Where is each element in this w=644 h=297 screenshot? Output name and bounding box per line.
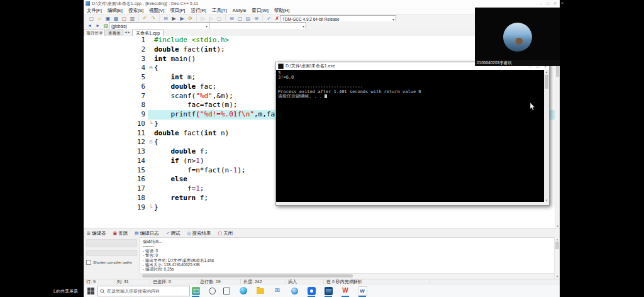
tab-debug[interactable]: ✓调试	[166, 230, 180, 237]
start-button[interactable]	[86, 286, 95, 295]
menu-item[interactable]: 文件[F]	[87, 8, 102, 14]
window-layout-icon[interactable]: ⊞	[228, 15, 235, 22]
menu-item[interactable]: 编辑[E]	[108, 8, 123, 14]
taskbar-search-input[interactable]: 在这里输入你要搜索的内容	[97, 286, 190, 296]
back-icon[interactable]: ◂	[86, 22, 93, 29]
line-number: 10	[129, 120, 148, 129]
wps-icon[interactable]: W	[340, 286, 350, 296]
compile-log-panel: Shorten compiler paths 编译结果...--------- …	[84, 237, 560, 279]
tab-compile-log[interactable]: ▤编译日志	[135, 230, 159, 237]
tab-search-results[interactable]: ◎搜索结果	[187, 230, 211, 237]
tab-scroll-arrows[interactable]: ◂ ▸	[125, 29, 130, 36]
file-explorer-icon[interactable]	[255, 286, 265, 296]
forward-icon[interactable]: ▸	[94, 22, 101, 29]
code-text: int m;	[154, 73, 196, 82]
syntax-check-icon[interactable]: ✓	[265, 15, 272, 22]
meeting-app-icon[interactable]	[306, 286, 316, 296]
word-icon: W	[358, 286, 367, 296]
code-text: #include <stdio.h>	[154, 36, 229, 45]
window-list-icon[interactable]: ▤	[245, 15, 252, 22]
compile-log-output: 编译结果...--------- 错误: 0- 警告: 0- 输出文件名: D:…	[140, 237, 555, 277]
code-text: double f;	[154, 147, 208, 157]
stop-icon[interactable]: ▢	[216, 15, 223, 22]
fold-marker-icon[interactable]: └	[148, 120, 154, 129]
fold-marker-icon	[148, 45, 154, 55]
close-file-icon[interactable]: ▢	[121, 15, 128, 22]
window-grid-icon[interactable]: ⊞	[253, 15, 260, 22]
fold-marker-icon[interactable]: ⊟	[148, 138, 154, 147]
window-float-icon[interactable]: ▢	[236, 15, 243, 22]
fold-marker-icon[interactable]: ⊟	[148, 64, 154, 73]
compile-run-icon[interactable]: ▶	[179, 15, 186, 22]
tab-close[interactable]: ▢关闭	[218, 230, 233, 237]
devcpp-app-icon	[86, 1, 90, 6]
tab-resources[interactable]: ▣资源	[113, 230, 128, 237]
print-icon[interactable]: ▥	[129, 15, 136, 22]
compile-progress-column: Shorten compiler paths	[84, 237, 140, 281]
menu-item[interactable]: AStyle	[233, 8, 247, 13]
cortana-icon[interactable]	[207, 286, 217, 296]
menu-item[interactable]: 视图[V]	[149, 8, 164, 14]
scrollbar-thumb[interactable]	[142, 274, 353, 277]
menu-item[interactable]: 工具[T]	[212, 8, 227, 14]
photos-app-icon[interactable]	[323, 286, 333, 296]
task-view-icon[interactable]	[221, 286, 231, 296]
scrollbar-thumb[interactable]	[555, 242, 559, 249]
minimize-icon[interactable]: –	[540, 1, 542, 6]
code-text: printf("%d!=%.01f\n",m,fac);	[154, 110, 287, 120]
menu-item[interactable]: 帮助[H]	[274, 8, 290, 14]
checkbox-icon[interactable]	[86, 260, 91, 265]
fold-marker-icon	[148, 92, 154, 101]
code-text: if (n>1)	[154, 157, 204, 166]
code-text: }	[154, 120, 158, 129]
webcam-overlay[interactable]: 2106040203李睿欣	[475, 8, 560, 66]
title-bar[interactable]: D:\文件\桌面\未命名1.cpp - [Executing] - Dev-C+…	[84, 0, 560, 7]
new-file-icon[interactable]: ▢	[88, 15, 95, 22]
menu-item[interactable]: 运行[R]	[191, 8, 206, 14]
maximize-icon[interactable]: □	[547, 1, 549, 6]
open-file-icon[interactable]: ▱	[96, 15, 103, 22]
tab-project-manager[interactable]: 项目管理	[84, 30, 105, 36]
scroll-down-arrow-icon[interactable]: ▾	[544, 198, 549, 202]
save-icon[interactable]: ▣	[104, 15, 111, 22]
menu-item[interactable]: 项目[P]	[170, 8, 185, 14]
log-line: - 错误: 0	[143, 249, 552, 253]
code-text: double fac;	[154, 82, 216, 92]
log-line: 编译结果...	[143, 239, 552, 244]
console-output[interactable]: 33!=6.0 --------------------------------…	[276, 70, 544, 202]
line-number: 9	[129, 110, 148, 120]
cortana-icon	[209, 288, 216, 294]
word-icon[interactable]: W	[357, 286, 367, 296]
menu-item[interactable]: 窗口[W]	[252, 8, 268, 14]
console-vertical-scrollbar[interactable]: ▴▾	[544, 70, 549, 202]
debug-icon[interactable]: ▷	[199, 15, 206, 22]
tab-compiler[interactable]: ⊞编译器	[87, 230, 106, 237]
edge-icon[interactable]	[238, 286, 248, 296]
line-number: 13	[129, 147, 148, 157]
fold-marker-icon[interactable]: └	[148, 203, 154, 213]
redo-icon[interactable]: ↷	[150, 15, 157, 22]
maximize-icon[interactable]: □	[555, 1, 557, 5]
log-vertical-scrollbar[interactable]: ▴▾	[554, 237, 560, 278]
mail-icon[interactable]: ✉	[272, 286, 282, 296]
run-icon[interactable]: ▶	[170, 15, 177, 22]
browser-icon[interactable]	[289, 286, 299, 296]
project-manager-panel[interactable]	[84, 36, 130, 228]
profile-icon[interactable]: ▷	[208, 15, 214, 22]
shorten-paths-label: Shorten compiler paths	[93, 261, 132, 264]
shorten-paths-checkbox-row[interactable]: Shorten compiler paths	[86, 260, 140, 265]
scrollbar-thumb[interactable]	[545, 75, 548, 89]
code-text: double fact(int n)	[154, 129, 229, 138]
undo-icon[interactable]: ↶	[142, 15, 148, 22]
fold-marker-icon	[148, 184, 154, 194]
save-all-icon[interactable]: ▦	[113, 15, 119, 22]
tab-view-classes[interactable]: 查看类	[106, 30, 123, 36]
scroll-down-arrow-icon[interactable]: ▾	[555, 274, 560, 278]
participant-name-label: 2106040203李睿欣	[475, 60, 560, 66]
screen-share-app-icon[interactable]	[191, 286, 201, 296]
line-number: 18	[129, 194, 148, 203]
rebuild-icon[interactable]: ⟳	[187, 15, 194, 22]
menu-item[interactable]: 搜索[S]	[128, 8, 143, 14]
compile-icon[interactable]: ⊞	[162, 15, 169, 22]
close-icon[interactable]: ×	[561, 1, 564, 5]
